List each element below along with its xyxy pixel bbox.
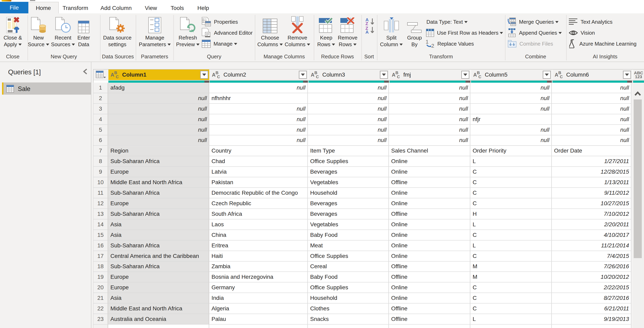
svg-text:2: 2 [431, 43, 434, 48]
svg-text:A: A [366, 30, 369, 34]
svg-text:Z: Z [366, 21, 368, 26]
svg-text:1: 1 [426, 40, 428, 45]
